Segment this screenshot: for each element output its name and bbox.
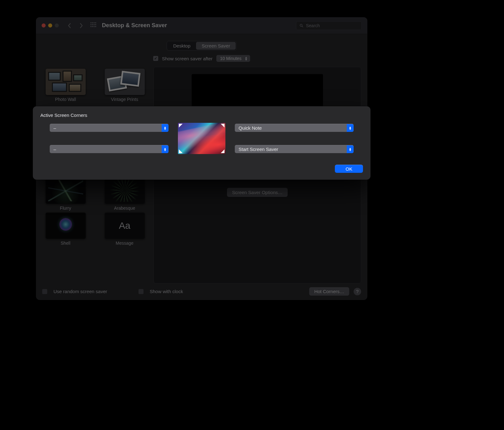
- corner-indicator-tl-icon: [179, 124, 183, 128]
- saver-vintage-prints[interactable]: Vintage Prints: [101, 69, 148, 102]
- chevrons-up-down-icon: [347, 145, 354, 153]
- svg-line-13: [302, 26, 303, 27]
- corner-indicator-bl-icon: [179, 149, 183, 153]
- corner-top-right-select[interactable]: Quick Note: [235, 124, 354, 132]
- search-icon: [300, 23, 303, 28]
- random-checkbox[interactable]: [42, 289, 47, 294]
- chevrons-up-down-icon: [162, 145, 169, 153]
- show-after-label: Show screen saver after: [162, 56, 213, 61]
- svg-point-8: [90, 26, 91, 27]
- search-input[interactable]: [306, 23, 358, 28]
- corner-top-left-select[interactable]: –: [50, 124, 169, 132]
- svg-point-9: [92, 26, 93, 27]
- saver-message[interactable]: Aa Message: [101, 212, 148, 246]
- clock-label: Show with clock: [150, 289, 183, 294]
- chevrons-up-down-icon: ▲▼: [244, 56, 248, 61]
- hot-corners-button[interactable]: Hot Corners…: [309, 287, 349, 296]
- titlebar: Desktop & Screen Saver: [36, 17, 367, 34]
- svg-point-1: [92, 22, 93, 23]
- help-button[interactable]: ?: [354, 288, 361, 295]
- corner-bottom-right-select[interactable]: Start Screen Saver: [235, 145, 354, 153]
- random-label: Use random screen saver: [53, 289, 107, 294]
- svg-point-4: [90, 24, 91, 25]
- saver-photo-wall[interactable]: Photo Wall: [42, 69, 89, 102]
- close-window-button[interactable]: [42, 23, 46, 28]
- saver-arabesque[interactable]: Arabesque: [101, 178, 148, 211]
- search-field[interactable]: [296, 21, 362, 30]
- corner-bottom-right-value: Start Screen Saver: [239, 147, 278, 152]
- saver-shell[interactable]: Shell: [42, 212, 89, 246]
- saver-thumb: Aa: [105, 212, 145, 239]
- svg-point-5: [92, 24, 93, 25]
- footer: Use random screen saver Show with clock …: [42, 283, 361, 296]
- saver-thumb: [105, 69, 145, 95]
- window-title: Desktop & Screen Saver: [102, 22, 167, 29]
- svg-point-0: [90, 22, 91, 23]
- hot-corners-sheet: Active Screen Corners – – Quick Note: [33, 106, 370, 180]
- saver-thumb: [46, 178, 86, 204]
- tab-segmented-control: Desktop Screen Saver: [167, 41, 237, 51]
- show-after-checkbox[interactable]: [153, 56, 158, 61]
- show-all-icon[interactable]: [90, 22, 96, 29]
- corner-top-right-value: Quick Note: [239, 125, 262, 131]
- corner-bottom-left-value: –: [53, 147, 56, 152]
- saver-thumb: [46, 69, 86, 95]
- saver-thumb: [46, 212, 86, 239]
- sheet-title: Active Screen Corners: [40, 112, 363, 118]
- corner-bottom-left-select[interactable]: –: [50, 145, 169, 153]
- saver-thumb: [105, 178, 145, 204]
- corner-top-left-value: –: [53, 125, 56, 131]
- chevrons-up-down-icon: [162, 124, 169, 132]
- svg-point-2: [93, 22, 94, 23]
- show-after-select[interactable]: 10 Minutes ▲▼: [216, 55, 250, 62]
- svg-point-3: [95, 22, 96, 23]
- desktop-preview-thumb: [178, 123, 225, 154]
- corner-indicator-br-icon: [221, 149, 224, 153]
- svg-point-11: [95, 26, 96, 27]
- chevrons-up-down-icon: [347, 124, 354, 132]
- svg-point-10: [93, 26, 94, 27]
- clock-checkbox[interactable]: [139, 289, 144, 294]
- window-traffic-lights: [42, 23, 59, 28]
- saver-flurry[interactable]: Flurry: [42, 178, 89, 211]
- show-after-value: 10 Minutes: [220, 56, 241, 61]
- ok-button[interactable]: OK: [335, 165, 363, 173]
- back-button[interactable]: [65, 21, 74, 30]
- svg-point-7: [95, 24, 96, 25]
- forward-button[interactable]: [77, 21, 86, 30]
- screen-saver-options-button[interactable]: Screen Saver Options…: [227, 188, 288, 197]
- tab-screen-saver[interactable]: Screen Saver: [196, 42, 236, 50]
- minimize-window-button[interactable]: [48, 23, 52, 28]
- tab-desktop[interactable]: Desktop: [168, 42, 196, 50]
- svg-point-6: [93, 24, 94, 25]
- corner-indicator-tr-icon: [221, 124, 224, 128]
- zoom-window-button[interactable]: [55, 23, 59, 28]
